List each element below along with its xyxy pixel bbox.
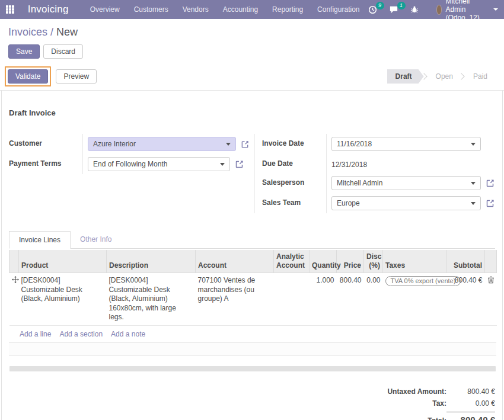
dropdown-caret-icon xyxy=(471,182,476,185)
col-description[interactable]: Description xyxy=(107,250,196,273)
cell-product[interactable]: [DESK0004] Customizable Desk (Black, Alu… xyxy=(19,273,107,326)
invoice-date-label: Invoice Date xyxy=(255,134,326,154)
top-navbar: Invoicing Overview Customers Vendors Acc… xyxy=(0,0,504,19)
payment-terms-field[interactable]: End of Following Month xyxy=(88,157,230,171)
cell-price[interactable]: 800.40 xyxy=(337,273,364,326)
sales-team-field[interactable]: Europe xyxy=(331,196,481,210)
main-menu: Overview Customers Vendors Accounting Re… xyxy=(84,0,366,19)
right-field-group: Invoice Date 11/16/2018 Due Date 12/31/2… xyxy=(254,134,498,213)
document-state-title: Draft Invoice xyxy=(9,108,495,117)
add-a-section-link[interactable]: Add a section xyxy=(59,330,103,338)
save-button[interactable]: Save xyxy=(8,44,40,59)
tab-invoice-lines[interactable]: Invoice Lines xyxy=(9,231,71,249)
empty-line-row xyxy=(9,343,496,356)
invoice-lines-table: Product Description Account Analytic Acc… xyxy=(9,250,497,326)
sales-team-external-link-icon[interactable] xyxy=(486,198,495,208)
activities-badge: 9 xyxy=(376,2,384,9)
salesperson-field[interactable]: Mitchell Admin xyxy=(331,176,481,190)
salesperson-external-link-icon[interactable] xyxy=(486,178,495,188)
breadcrumb-parent[interactable]: Invoices xyxy=(8,26,47,38)
horizontal-scrollbar[interactable] xyxy=(9,366,496,371)
validate-button[interactable]: Validate xyxy=(8,69,48,84)
user-menu[interactable]: Mitchell Admin (Odoo_12) xyxy=(428,0,499,22)
validate-highlight: Validate xyxy=(5,66,51,86)
messages-badge: 1 xyxy=(397,2,406,9)
status-open[interactable]: Open xyxy=(428,69,461,84)
breadcrumb-separator: / xyxy=(47,26,56,38)
bug-icon xyxy=(410,5,419,14)
col-subtotal[interactable]: Subtotal xyxy=(447,250,485,273)
activities-button[interactable]: 9 xyxy=(366,5,383,14)
add-a-note-link[interactable]: Add a note xyxy=(111,330,145,338)
messages-button[interactable]: 1 xyxy=(387,5,404,14)
tax-tag[interactable]: TVA 0% export (vente) xyxy=(385,276,461,286)
cell-analytic-account[interactable] xyxy=(274,273,310,326)
salesperson-label: Salesperson xyxy=(255,173,326,193)
delete-line-icon[interactable] xyxy=(487,276,495,284)
menu-reporting[interactable]: Reporting xyxy=(266,0,309,19)
menu-configuration[interactable]: Configuration xyxy=(311,0,365,19)
col-quantity[interactable]: Quantity xyxy=(310,250,337,273)
statusbar-row: Validate Preview Draft Open Paid xyxy=(0,63,504,91)
form-sheet: Draft Invoice Customer Azure Interior Pa… xyxy=(1,91,503,420)
menu-overview[interactable]: Overview xyxy=(84,0,126,19)
col-account[interactable]: Account xyxy=(196,250,274,273)
customer-label: Customer xyxy=(9,134,82,154)
table-header-row: Product Description Account Analytic Acc… xyxy=(9,250,497,273)
left-field-group: Customer Azure Interior Payment Terms En… xyxy=(9,134,254,213)
payment-terms-value: End of Following Month xyxy=(93,160,216,168)
debug-button[interactable] xyxy=(408,5,425,14)
cell-disc[interactable]: 0.00 xyxy=(364,273,383,326)
invoice-date-field[interactable]: 11/16/2018 xyxy=(331,137,481,151)
customer-field[interactable]: Azure Interior xyxy=(88,137,236,151)
add-a-line-link[interactable]: Add a line xyxy=(20,330,51,338)
customer-value: Azure Interior xyxy=(93,140,222,148)
dropdown-caret-icon xyxy=(471,202,476,205)
menu-accounting[interactable]: Accounting xyxy=(217,0,264,19)
customer-external-link-icon[interactable] xyxy=(241,140,250,149)
cell-quantity[interactable]: 1.000 xyxy=(310,273,337,326)
col-analytic-account[interactable]: Analytic Account xyxy=(274,250,310,273)
breadcrumb-current: New xyxy=(56,26,78,38)
chat-icon xyxy=(389,5,398,14)
tax-label: Tax: xyxy=(432,399,446,408)
status-pipeline: Draft Open Paid xyxy=(387,69,496,84)
untaxed-amount-label: Untaxed Amount: xyxy=(387,387,446,396)
workflow-buttons: Validate Preview xyxy=(5,66,97,86)
tax-value: 0.00 € xyxy=(446,399,495,408)
col-product[interactable]: Product xyxy=(19,250,107,273)
preview-button[interactable]: Preview xyxy=(56,69,97,84)
sales-team-value: Europe xyxy=(337,199,467,207)
payment-terms-external-link-icon[interactable] xyxy=(235,159,244,169)
cell-description[interactable]: [DESK0004] Customizable Desk (Black, Alu… xyxy=(107,273,196,326)
due-date-value: 12/31/2018 xyxy=(331,160,367,169)
total-label: Total: xyxy=(428,416,446,420)
header-field-groups: Customer Azure Interior Payment Terms En… xyxy=(9,134,495,213)
col-taxes[interactable]: Taxes xyxy=(383,250,447,273)
col-disc[interactable]: Disc (%) xyxy=(364,250,383,273)
discard-button[interactable]: Discard xyxy=(43,44,83,59)
status-paid[interactable]: Paid xyxy=(465,69,496,84)
status-draft[interactable]: Draft xyxy=(387,69,424,84)
apps-menu-button[interactable] xyxy=(0,0,21,19)
dropdown-caret-icon xyxy=(220,163,225,166)
trash-column-header xyxy=(485,250,497,273)
untaxed-amount-value: 800.40 € xyxy=(446,387,495,396)
menu-vendors[interactable]: Vendors xyxy=(177,0,215,19)
avatar xyxy=(436,5,442,15)
systray: 9 1 Mitchell Admin (Odoo_12) xyxy=(366,0,499,22)
total-value: 800.40 € xyxy=(446,412,495,420)
cell-taxes[interactable]: TVA 0% export (vente) xyxy=(383,273,447,326)
menu-customers[interactable]: Customers xyxy=(128,0,174,19)
edit-buttons: Save Discard xyxy=(8,44,496,59)
apps-grid-icon xyxy=(6,5,14,14)
drag-handle-icon[interactable] xyxy=(12,276,19,283)
salesperson-value: Mitchell Admin xyxy=(337,179,467,187)
line-add-links: Add a line Add a section Add a note xyxy=(9,326,496,343)
chevron-down-icon xyxy=(493,8,498,11)
dropdown-caret-icon xyxy=(471,143,476,146)
table-row[interactable]: [DESK0004] Customizable Desk (Black, Alu… xyxy=(9,273,497,326)
app-title[interactable]: Invoicing xyxy=(28,4,69,15)
cell-account[interactable]: 707100 Ventes de marchandises (ou groupe… xyxy=(196,273,274,326)
tab-other-info[interactable]: Other Info xyxy=(71,231,121,248)
